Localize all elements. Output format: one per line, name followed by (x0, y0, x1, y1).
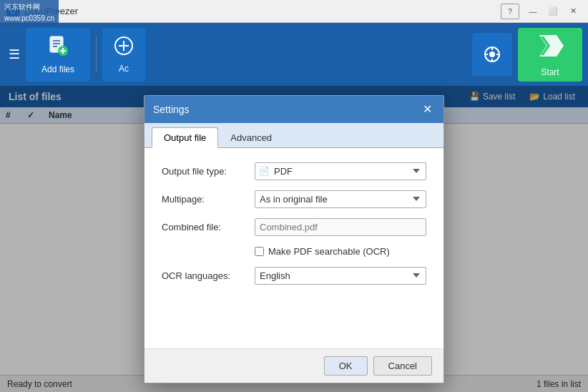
app-body: 河东软件网 www.pc0359.cn ☰ Add files (0, 23, 588, 392)
multipage-select[interactable]: As in original file Single page Multiple… (255, 190, 426, 208)
maximize-button[interactable]: ⬜ (544, 4, 562, 19)
help-button[interactable]: ? (501, 4, 519, 19)
menu-icon[interactable]: ☰ (6, 44, 23, 65)
watermark: 河东软件网 www.pc0359.cn (0, 0, 59, 26)
add-files-icon (47, 35, 69, 62)
toolbar-separator-1 (96, 36, 97, 72)
settings-dialog: Settings ✕ Output file Advanced (144, 95, 444, 383)
settings-icon (482, 44, 502, 64)
close-button[interactable]: ✕ (564, 4, 582, 19)
dialog-title: Settings (153, 104, 190, 115)
ac-label: Ac (119, 64, 129, 74)
toolbar: 河东软件网 www.pc0359.cn ☰ Add files (0, 23, 588, 86)
dialog-titlebar: Settings ✕ (144, 96, 444, 123)
output-file-type-label: Output file type: (162, 166, 255, 177)
ocr-languages-select[interactable]: English French German Spanish Italian (255, 267, 426, 285)
output-file-type-control: 📄 PDF DOCX TXT (255, 162, 426, 180)
cancel-button[interactable]: Cancel (373, 356, 432, 376)
multipage-row: Multipage: As in original file Single pa… (162, 190, 426, 208)
settings-panel-icon[interactable] (472, 33, 512, 76)
combined-file-control (255, 218, 426, 236)
dialog-body: Output file type: 📄 PDF DOCX TXT Mu (144, 148, 444, 348)
add-files-label: Add files (41, 64, 74, 74)
ac-button[interactable]: Ac (102, 28, 145, 82)
output-file-type-select[interactable]: PDF DOCX TXT (255, 162, 426, 180)
start-button[interactable]: Start (518, 28, 582, 82)
make-pdf-searchable-row: Make PDF searchable (OCR) (162, 246, 426, 257)
minimize-button[interactable]: — (524, 4, 542, 19)
tab-output-file[interactable]: Output file (152, 127, 218, 148)
dialog-close-button[interactable]: ✕ (419, 102, 435, 117)
output-file-type-row: Output file type: 📄 PDF DOCX TXT (162, 162, 426, 180)
title-bar: D DocuFreezer ? — ⬜ ✕ (0, 0, 588, 23)
make-pdf-searchable-checkbox[interactable] (255, 247, 264, 256)
modal-overlay: Settings ✕ Output file Advanced (0, 86, 588, 392)
start-label: Start (541, 67, 559, 77)
ocr-languages-control: English French German Spanish Italian (255, 267, 426, 285)
multipage-label: Multipage: (162, 194, 255, 205)
dialog-footer: OK Cancel (144, 348, 444, 383)
tab-advanced[interactable]: Advanced (218, 127, 284, 147)
window-controls: ? — ⬜ ✕ (501, 4, 582, 19)
multipage-control: As in original file Single page Multiple… (255, 190, 426, 208)
ac-icon (113, 35, 134, 61)
ok-button[interactable]: OK (324, 356, 368, 376)
svg-point-10 (489, 52, 495, 57)
add-files-button[interactable]: Add files (26, 28, 90, 82)
combined-file-row: Combined file: (162, 218, 426, 236)
ocr-languages-label: OCR languages: (162, 270, 255, 281)
combined-file-input[interactable] (255, 218, 426, 236)
combined-file-label: Combined file: (162, 222, 255, 232)
start-arrow-icon (536, 32, 564, 64)
content-area: List of files 💾 Save list 📂 Load list # … (0, 86, 588, 392)
dialog-tabs: Output file Advanced (144, 123, 444, 148)
make-pdf-searchable-label: Make PDF searchable (OCR) (268, 246, 390, 257)
ocr-languages-row: OCR languages: English French German Spa… (162, 267, 426, 285)
